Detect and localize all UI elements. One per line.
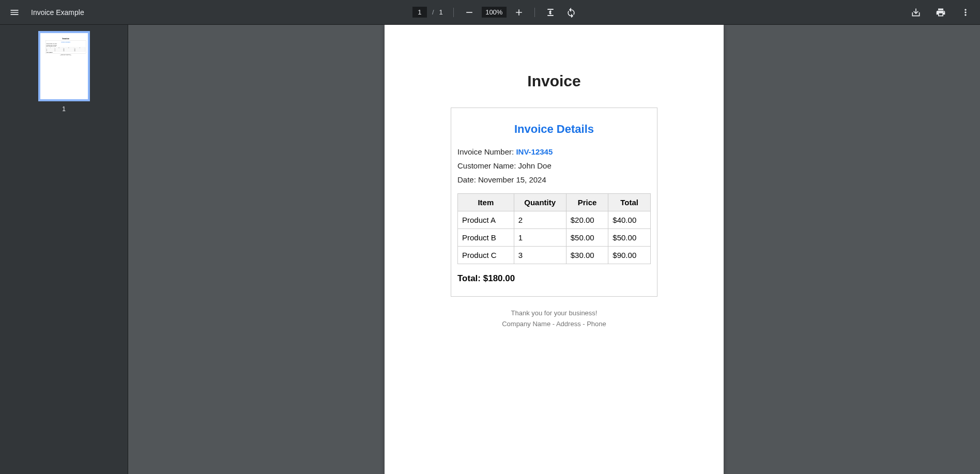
cell-price: $20.00 (566, 211, 608, 229)
cell-qty: 3 (514, 247, 566, 264)
col-qty: Quantity (514, 194, 566, 211)
invoice-details-heading: Invoice Details (457, 123, 651, 136)
date-label: Date: (457, 175, 478, 184)
date-line: Date: November 15, 2024 (457, 175, 651, 184)
page-thumbnail[interactable]: Invoice Invoice Details Invoice Number: … (38, 31, 90, 101)
document-title: Invoice Example (31, 8, 84, 17)
fit-page-icon[interactable] (542, 4, 559, 21)
page-total: 1 (439, 8, 443, 16)
invoice-footer: Thank you for your business! Company Nam… (451, 309, 657, 328)
cell-item: Product B (458, 229, 514, 247)
table-row: Product C 3 $30.00 $90.00 (458, 247, 651, 264)
total-line: Total: $180.00 (457, 273, 651, 284)
page-number-input[interactable] (412, 7, 427, 18)
download-icon[interactable] (908, 4, 924, 21)
svg-rect-0 (547, 9, 554, 10)
table-header-row: Item Quantity Price Total (458, 194, 651, 211)
zoom-out-icon[interactable] (461, 4, 478, 21)
cell-price: $30.00 (566, 247, 608, 264)
cell-qty: 2 (514, 211, 566, 229)
toolbar: Invoice Example / 1 (0, 0, 980, 25)
total-label: Total: (457, 273, 483, 283)
col-item: Item (458, 194, 514, 211)
divider (534, 8, 535, 17)
invoice-box: Invoice Details Invoice Number: INV-1234… (451, 108, 657, 297)
cell-price: $50.00 (566, 229, 608, 247)
footer-thanks: Thank you for your business! (451, 309, 657, 317)
thumbnail-label: 1 (62, 105, 66, 113)
cell-item: Product A (458, 211, 514, 229)
main-viewport[interactable]: Invoice Invoice Details Invoice Number: … (128, 25, 980, 474)
menu-icon[interactable] (6, 4, 23, 21)
table-row: Product B 1 $50.00 $50.00 (458, 229, 651, 247)
divider (453, 8, 454, 17)
cell-item: Product C (458, 247, 514, 264)
page-separator: / (432, 8, 434, 16)
zoom-in-icon[interactable] (511, 4, 527, 21)
customer-label: Customer Name: (457, 161, 518, 170)
invoice-number-line: Invoice Number: INV-12345 (457, 147, 651, 156)
zoom-input[interactable] (482, 7, 507, 18)
cell-qty: 1 (514, 229, 566, 247)
svg-rect-1 (547, 15, 554, 16)
cell-total: $40.00 (608, 211, 651, 229)
invoice-title: Invoice (451, 72, 657, 90)
cell-total: $90.00 (608, 247, 651, 264)
invoice-number-label: Invoice Number: (457, 147, 516, 156)
invoice-table: Item Quantity Price Total Product A 2 $2… (457, 193, 651, 264)
footer-company: Company Name - Address - Phone (451, 320, 657, 328)
print-icon[interactable] (932, 4, 949, 21)
customer-name-line: Customer Name: John Doe (457, 161, 651, 170)
total-value: $180.00 (483, 273, 515, 283)
pdf-page: Invoice Invoice Details Invoice Number: … (385, 25, 724, 474)
thumbnail-sidebar: Invoice Invoice Details Invoice Number: … (0, 25, 128, 474)
date-value: November 15, 2024 (478, 175, 546, 184)
table-row: Product A 2 $20.00 $40.00 (458, 211, 651, 229)
col-total: Total (608, 194, 651, 211)
invoice-number-value: INV-12345 (516, 147, 553, 156)
more-icon[interactable] (957, 4, 974, 21)
customer-value: John Doe (518, 161, 552, 170)
rotate-icon[interactable] (563, 4, 579, 21)
cell-total: $50.00 (608, 229, 651, 247)
col-price: Price (566, 194, 608, 211)
